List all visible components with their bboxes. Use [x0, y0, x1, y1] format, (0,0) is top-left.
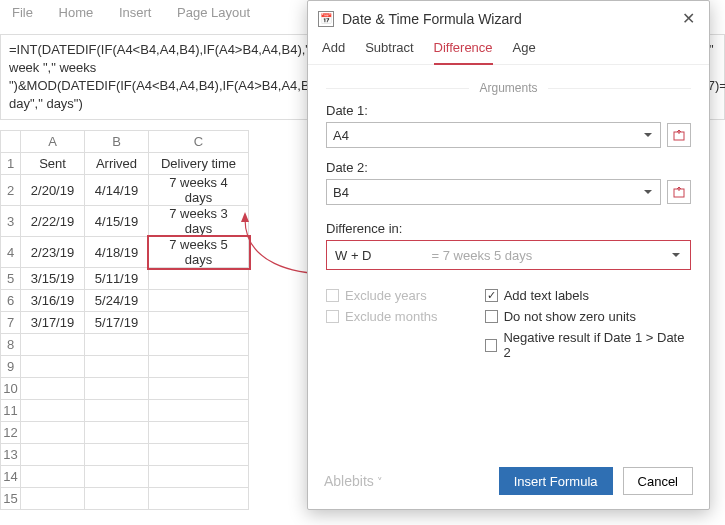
cell[interactable]: 7 weeks 4 days [149, 175, 249, 206]
cell[interactable] [21, 334, 85, 356]
cell[interactable]: 5/17/19 [85, 312, 149, 334]
spreadsheet-grid: A B C 1 Sent Arrived Delivery time 2 2/2… [0, 130, 249, 510]
difference-preview: = 7 weeks 5 days [431, 248, 532, 263]
cell[interactable]: 2/22/19 [21, 206, 85, 237]
row-header[interactable]: 8 [1, 334, 21, 356]
checkbox-exclude-years: Exclude years [326, 288, 485, 303]
tab-insert[interactable]: Insert [119, 5, 152, 20]
cell[interactable]: Arrived [85, 153, 149, 175]
cell[interactable] [85, 400, 149, 422]
cell[interactable]: 5/24/19 [85, 290, 149, 312]
cancel-button[interactable]: Cancel [623, 467, 693, 495]
calendar-icon: 📅 [318, 11, 334, 27]
cell[interactable] [21, 378, 85, 400]
formula-wizard-dialog: 📅 Date & Time Formula Wizard ✕ Add Subtr… [307, 0, 710, 510]
cell[interactable]: Sent [21, 153, 85, 175]
row-header[interactable]: 7 [1, 312, 21, 334]
cell[interactable] [21, 422, 85, 444]
cell[interactable]: 3/17/19 [21, 312, 85, 334]
cell[interactable]: 2/20/19 [21, 175, 85, 206]
cell[interactable] [85, 334, 149, 356]
checkbox-add-text-labels[interactable]: Add text labels [485, 288, 691, 303]
cell[interactable] [149, 356, 249, 378]
tab-subtract[interactable]: Subtract [365, 34, 413, 64]
cell[interactable] [149, 334, 249, 356]
tab-add[interactable]: Add [322, 34, 345, 64]
insert-formula-button[interactable]: Insert Formula [499, 467, 613, 495]
row-header[interactable]: 3 [1, 206, 21, 237]
cell[interactable]: 4/14/19 [85, 175, 149, 206]
cell[interactable] [149, 290, 249, 312]
row-header[interactable]: 5 [1, 268, 21, 290]
cell[interactable] [21, 444, 85, 466]
cell[interactable] [85, 356, 149, 378]
cell[interactable] [21, 356, 85, 378]
select-all-corner[interactable] [1, 131, 21, 153]
row-header[interactable]: 13 [1, 444, 21, 466]
date1-input[interactable]: A4 [326, 122, 661, 148]
row-header[interactable]: 4 [1, 237, 21, 268]
cell[interactable] [149, 422, 249, 444]
dialog-title: Date & Time Formula Wizard [342, 11, 522, 27]
cell[interactable] [85, 466, 149, 488]
cell[interactable]: 5/11/19 [85, 268, 149, 290]
row-header[interactable]: 6 [1, 290, 21, 312]
row-header[interactable]: 11 [1, 400, 21, 422]
col-header-c[interactable]: C [149, 131, 249, 153]
close-button[interactable]: ✕ [678, 9, 699, 28]
difference-in-label: Difference in: [326, 221, 691, 236]
checkbox-no-zero-units[interactable]: Do not show zero units [485, 309, 691, 324]
cell[interactable] [21, 488, 85, 510]
cell[interactable] [149, 466, 249, 488]
cell[interactable] [149, 268, 249, 290]
difference-in-select[interactable]: W + D = 7 weeks 5 days [326, 240, 691, 270]
cell[interactable] [85, 378, 149, 400]
col-header-b[interactable]: B [85, 131, 149, 153]
range-picker-icon [673, 129, 685, 141]
row-header[interactable]: 1 [1, 153, 21, 175]
date1-label: Date 1: [326, 103, 691, 118]
cell[interactable]: 4/18/19 [85, 237, 149, 268]
tab-pagelayout[interactable]: Page Layout [177, 5, 250, 20]
row-header[interactable]: 14 [1, 466, 21, 488]
row-header[interactable]: 9 [1, 356, 21, 378]
cell[interactable] [85, 444, 149, 466]
cell[interactable]: 7 weeks 3 days [149, 206, 249, 237]
dialog-tabs: Add Subtract Difference Age [308, 34, 709, 65]
date1-range-picker-button[interactable] [667, 123, 691, 147]
cell[interactable] [149, 312, 249, 334]
tab-age[interactable]: Age [513, 34, 536, 64]
arguments-separator: Arguments [326, 81, 691, 95]
cell[interactable] [21, 466, 85, 488]
cell[interactable] [149, 444, 249, 466]
row-header[interactable]: 12 [1, 422, 21, 444]
cell[interactable]: 3/15/19 [21, 268, 85, 290]
brand-menu[interactable]: Ablebits [324, 473, 383, 489]
checkbox-negative-result[interactable]: Negative result if Date 1 > Date 2 [485, 330, 691, 360]
cell[interactable]: 2/23/19 [21, 237, 85, 268]
cell[interactable] [85, 488, 149, 510]
cell[interactable]: Delivery time [149, 153, 249, 175]
row-header[interactable]: 15 [1, 488, 21, 510]
tab-difference[interactable]: Difference [434, 34, 493, 65]
cell[interactable] [149, 378, 249, 400]
date2-range-picker-button[interactable] [667, 180, 691, 204]
cell[interactable] [149, 400, 249, 422]
cell[interactable] [21, 400, 85, 422]
range-picker-icon [673, 186, 685, 198]
tab-file[interactable]: File [12, 5, 33, 20]
cell[interactable] [85, 422, 149, 444]
tab-home[interactable]: Home [59, 5, 94, 20]
row-header[interactable]: 2 [1, 175, 21, 206]
cell[interactable] [149, 488, 249, 510]
col-header-a[interactable]: A [21, 131, 85, 153]
date2-label: Date 2: [326, 160, 691, 175]
row-header[interactable]: 10 [1, 378, 21, 400]
checkbox-exclude-months: Exclude months [326, 309, 485, 324]
cell-highlighted[interactable]: 7 weeks 5 days [149, 237, 249, 268]
date2-input[interactable]: B4 [326, 179, 661, 205]
cell[interactable]: 3/16/19 [21, 290, 85, 312]
cell[interactable]: 4/15/19 [85, 206, 149, 237]
